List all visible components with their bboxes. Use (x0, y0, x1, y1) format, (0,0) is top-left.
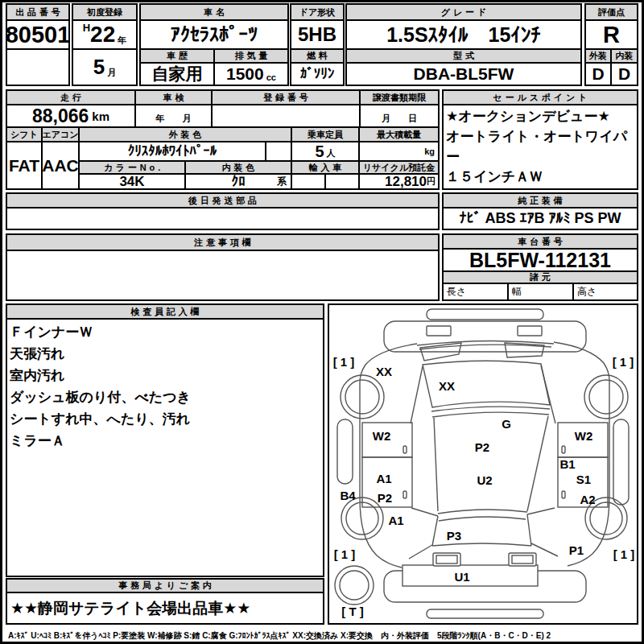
lot-empty-cell (6, 49, 69, 85)
history-header: 車歴 (140, 49, 214, 63)
damage-mark-windshield: G (502, 417, 511, 431)
specs-header: 諸元 (443, 271, 638, 283)
door-shape: 5HB (291, 20, 344, 49)
era-letter: H (83, 22, 90, 34)
damage-mark-right-front-door: W2 (575, 429, 593, 443)
transfer-docs-header: 譲渡書類期限 (360, 90, 439, 105)
diagram-label-layer: [ 1 ]XXXX[ 1 ]W2GW2P2B1A1U2S1B4P2A2A1P3P… (328, 304, 638, 624)
inspector-notes: ＦインナーＷ 天張汚れ 室内汚れ ダッシュ板のり付、べたつき シートすれ中、へた… (6, 319, 324, 576)
damage-mark-right-rear-door: S1 (576, 473, 591, 486)
spec-width: 幅 (508, 283, 573, 300)
caution-notes (6, 250, 439, 300)
import-header: 輸入車 (291, 161, 359, 174)
displacement: 1500cc (214, 63, 288, 85)
recycle-fee-header: リサイクル預託金 (359, 161, 439, 174)
color-number-header: カラーNo. (79, 161, 185, 174)
damage-mark-roof-front: P2 (475, 440, 489, 454)
damage-mark-left-front-door: W2 (373, 429, 391, 443)
car-name-header: 車名 (140, 4, 288, 20)
damage-mark-left-rear-door: A1 (376, 472, 391, 485)
grade: 1.5Sｽﾀｲﾙ 15ｲﾝﾁ (346, 20, 581, 49)
damage-mark-right-rear-door-lower: A2 (580, 493, 595, 506)
color-number: 34K (79, 174, 185, 189)
shift-type: FAT (6, 142, 42, 189)
displacement-header: 排気量 (214, 49, 288, 63)
shift-header: シフト (6, 127, 42, 142)
damage-mark-left-quarter-panel: A1 (388, 514, 403, 527)
import-cell-right (325, 174, 359, 189)
damage-mark-roof-rear: U2 (477, 473, 492, 487)
max-load: kg (359, 142, 439, 161)
exterior-color-code-cell (266, 142, 291, 161)
first-registration-month: 5月 (72, 49, 137, 85)
overall-score: R (585, 20, 638, 49)
recycle-fee: 12,810円 (359, 174, 439, 189)
damage-mark-front-right-wheel: [ 1 ] (613, 355, 634, 369)
interior-color: ｸﾛ系 (185, 174, 291, 189)
grade-header: グレード (346, 4, 581, 20)
lot-number: 80501 (6, 20, 69, 49)
spec-height: 高さ (573, 283, 638, 300)
car-damage-diagram: [ 1 ]XXXX[ 1 ]W2GW2P2B1A1U2S1B4P2A2A1P3P… (328, 304, 638, 624)
import-cell-left (291, 174, 325, 189)
transfer-docs-deadline: 月 日 (360, 105, 439, 127)
max-load-header: 最大積載量 (359, 127, 439, 142)
registration-number-header: 登録番号 (212, 90, 360, 105)
shaken-expiry: 年 月 (135, 105, 212, 127)
factory-equipment-header: 純正装備 (443, 193, 638, 208)
exterior-score: D (585, 63, 611, 85)
model-code-header: 型式 (346, 49, 581, 63)
damage-mark-hood: XX (439, 379, 455, 393)
sales-points: ★オークションデビュー★ オートライト・オートワイパー １５インチＡＷ ワンセグ (443, 105, 638, 189)
damage-mark-rear-right-wheel: [ 1 ] (613, 547, 635, 561)
damage-code-legend: A:ｷｽﾞ U:ﾍｺﾐ B:ｷｽﾞを伴うﾍｺﾐ P:要塗装 W:補修跡 S:錆 … (8, 630, 638, 642)
chassis-number: BL5FW-112131 (443, 249, 638, 271)
interior-color-header: 内装色 (185, 161, 291, 174)
first-registration-year: H22年 (72, 20, 137, 49)
exterior-color-header: 外装色 (79, 127, 291, 142)
registration-number (212, 105, 360, 127)
exterior-score-header: 外装 (585, 49, 611, 63)
damage-mark-left-front-fender: XX (376, 365, 392, 378)
aircon-header: エアコン (42, 127, 79, 142)
damage-mark-right-rear-door-top: B1 (559, 457, 575, 471)
damage-mark-rear-panel: U1 (454, 570, 469, 584)
damage-mark-right-quarter-panel: P1 (569, 543, 584, 557)
mileage: 88,066km (6, 105, 135, 127)
car-name: ｱｸｾﾗｽﾎﾟｰﾂ (140, 20, 288, 49)
damage-mark-front-left-wheel: [ 1 ] (333, 355, 355, 369)
score-header: 評価点 (585, 4, 638, 20)
interior-score: D (611, 63, 638, 85)
chassis-number-header: 車台番号 (443, 234, 638, 249)
office-notice: ★★静岡サテライト会場出品車★★ (6, 592, 324, 624)
inspector-notes-header: 検査員記入欄 (6, 304, 324, 319)
spec-length: 長さ (443, 283, 508, 300)
fuel-type: ｶﾞｿﾘﾝ (291, 63, 344, 85)
later-shipped-parts-header: 後日発送部品 (6, 193, 439, 208)
office-notice-header: 事務局よりご案内 (6, 579, 324, 592)
lot-number-header: 出品番号 (6, 4, 69, 20)
fuel-header: 燃料 (291, 49, 344, 63)
seating-capacity: 5人 (291, 142, 359, 161)
sales-points-header: セールスポイント (443, 90, 638, 105)
caution-notes-header: 注意事項欄 (6, 234, 439, 250)
shaken-header: 車検 (135, 90, 212, 105)
damage-mark-left-sill: B4 (340, 489, 355, 502)
exterior-color: ｸﾘｽﾀﾙﾎﾜｲﾄﾊﾟｰﾙ (79, 142, 266, 161)
first-registration-header: 初度登録 (72, 4, 137, 20)
damage-mark-spare-tire: [ T ] (341, 605, 364, 618)
interior-score-header: 内装 (611, 49, 638, 63)
door-shape-header: ドア形状 (291, 4, 344, 20)
later-shipped-parts (6, 208, 439, 229)
damage-mark-left-rear-door-lower: P2 (378, 491, 392, 505)
damage-mark-rear-left-wheel: [ 1 ] (334, 547, 356, 561)
model-code: DBA-BL5FW (346, 63, 581, 85)
auction-sheet: 出品番号 80501 初度登録 H22年 5月 車名 ｱｸｾﾗｽﾎﾟｰﾂ 車歴 … (0, 0, 644, 644)
damage-mark-rear-hatch: P3 (447, 529, 461, 543)
factory-equipment: ﾅﾋﾞ ABS ｴｱB ｱﾙﾐ PS PW (443, 208, 638, 229)
capacity-header: 乗車定員 (291, 127, 359, 142)
car-history: 自家用 (140, 63, 214, 85)
aircon-type: AAC (42, 142, 79, 189)
mileage-header: 走行 (6, 90, 135, 105)
